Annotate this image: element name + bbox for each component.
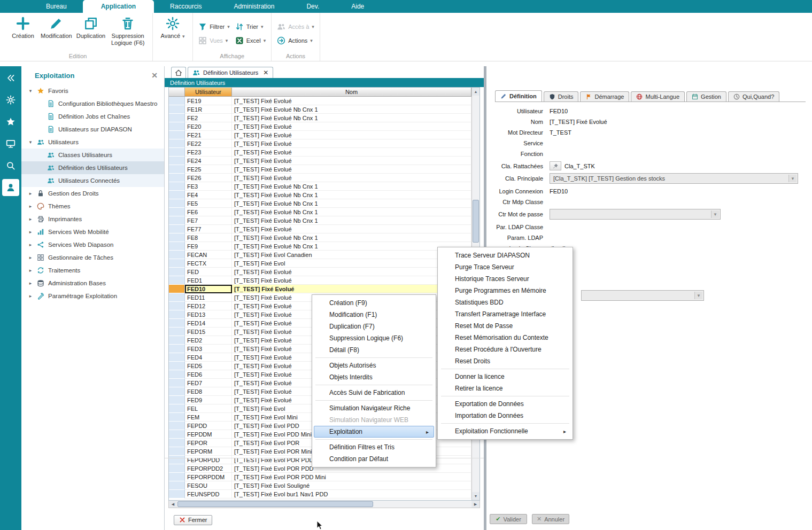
row-gutter[interactable] [169,336,185,345]
table-row[interactable]: FE22[T_TEST] Fixé Evolué [169,139,471,148]
row-gutter[interactable] [169,387,185,396]
column-header-utilisateur[interactable]: Utilisateur [185,88,232,97]
tab-close-icon[interactable]: ✕ [263,69,268,76]
table-row[interactable]: FECAN[T_TEST] Fixé Evol Canadien [169,251,471,259]
scroll-down-icon[interactable]: ▼ [472,492,480,500]
home-tab[interactable] [171,67,186,78]
menu-item-d-finition-filtres-et-tris[interactable]: Définition Filtres et Tris [314,441,434,453]
table-row[interactable]: FE1R[T_TEST] Fixé Evolué Nb Cnx 1 [169,105,471,114]
menu-item-exploitation-fonctionnelle[interactable]: Exploitation Fonctionnelle▸ [439,425,571,437]
menu-item-d-tail-f8[interactable]: Détail (F8) [314,344,434,356]
strip-button-desktop[interactable] [2,135,19,152]
scroll-left-icon[interactable]: ◀ [169,501,177,508]
row-gutter[interactable] [169,353,185,362]
row-gutter[interactable] [169,328,185,336]
modification-button[interactable]: Modification [38,14,74,40]
row-gutter[interactable] [169,122,185,131]
table-row[interactable]: FED[T_TEST] Fixé Evolué [169,268,471,276]
row-gutter[interactable] [169,165,185,174]
tree-item-classes-utilisateurs[interactable]: Classes Utilisateurs [21,149,164,161]
row-gutter[interactable] [169,251,185,259]
tree-item-th-mes[interactable]: ▸Thèmes [21,200,164,213]
scrollbar-thumb[interactable] [473,200,479,243]
tree-item-utilisateurs[interactable]: ▾Utilisateurs [21,136,164,149]
tree-item-gestionnaire-de-t-ches[interactable]: ▸Gestionnaire de Tâches [21,251,164,264]
tab-definition-utilisateurs[interactable]: Définition Utilisateurs ✕ [188,67,273,78]
creation-button[interactable]: Création [7,14,38,40]
scroll-right-icon[interactable]: ▶ [471,501,480,508]
menu-item-suppression-logique-f6[interactable]: Suppression Logique (F6) [314,332,434,344]
table-row[interactable]: FE7[T_TEST] Fixé Evolué Nb Cnx 1 [169,216,471,225]
menu-item-administration[interactable]: Administration [218,0,290,13]
row-gutter[interactable] [169,464,185,473]
menu-item-duplication-f7[interactable]: Duplication (F7) [314,321,434,332]
menu-item-objets-interdits[interactable]: Objets Interdits [314,371,434,383]
menu-item-reset-mot-de-passe[interactable]: Reset Mot de Passe [439,320,571,332]
menu-item-acc-s-suivi-de-fabrication[interactable]: Accès Suivi de Fabrication [314,387,434,399]
table-row[interactable]: FE9[T_TEST] Fixé Evolué Nb Cnx 1 [169,242,471,251]
table-row[interactable]: FE20[T_TEST] Fixé Evolué [169,122,471,131]
row-gutter[interactable] [169,430,185,439]
row-gutter[interactable] [169,422,185,430]
row-gutter[interactable] [169,490,185,498]
acces-a-button[interactable]: Accès à▾ [277,22,314,31]
table-row[interactable]: FE25[T_TEST] Fixé Evolué [169,165,471,174]
menu-item-importation-de-donn-es[interactable]: Importation de Données [439,410,571,422]
table-row[interactable]: FE2[T_TEST] Fixé Evolué Nb Cnx 1 [169,114,471,122]
row-gutter[interactable] [169,473,185,481]
menu-item-dev[interactable]: Dev. [290,0,335,13]
table-row[interactable]: FE3[T_TEST] Fixé Evolué Nb Cnx 1 [169,182,471,191]
cla-principale-select[interactable]: [Cla_T_STK] [T_TEST] Gestion des stocks▼ [550,173,798,184]
row-gutter[interactable] [169,208,185,216]
table-row[interactable]: FE23[T_TEST] Fixé Evolué [169,148,471,157]
menu-item-statistiques-bdd[interactable]: Statistiques BDD [439,297,571,308]
tree-item-d-finition-jobs-et-cha-nes[interactable]: Définition Jobs et Chaînes [21,110,164,123]
strip-button-settings[interactable] [2,91,19,108]
scroll-up-icon[interactable]: ▲ [472,88,480,96]
valider-button[interactable]: ✔ Valider [490,514,527,524]
row-gutter[interactable] [169,268,185,276]
detail-tab-multi-langue[interactable]: Multi-Langue [631,91,685,102]
row-gutter[interactable] [169,233,185,242]
menu-item-aide[interactable]: Aide [335,0,380,13]
table-row[interactable]: FE5[T_TEST] Fixé Evolué Nb Cnx 1 [169,199,471,208]
row-gutter[interactable] [169,276,185,285]
column-header-nom[interactable]: Nom [232,88,471,97]
menu-item-objets-autoris-s[interactable]: Objets Autorisés [314,360,434,371]
filtrer-button[interactable]: Filtrer▾ [198,22,230,31]
close-icon[interactable]: ✕ [151,71,158,80]
detail-tab-d-finition[interactable]: Définition [495,90,542,102]
tree-item-favoris[interactable]: ▾Favoris [21,84,164,97]
row-gutter[interactable] [169,439,185,447]
row-gutter[interactable] [169,293,185,302]
tree-item-param-trage-exploitation[interactable]: ▸Paramétrage Exploitation [21,290,164,302]
row-gutter[interactable] [169,310,185,319]
row-gutter[interactable] [169,481,185,490]
ctr-mot-de-passe-select[interactable]: ▼ [550,209,721,220]
table-row[interactable]: FE4[T_TEST] Fixé Evolué Nb Cnx 1 [169,191,471,199]
table-row[interactable]: FE6[T_TEST] Fixé Evolué Nb Cnx 1 [169,208,471,216]
suppression-logique-button[interactable]: Suppression Logique (F6) [107,14,148,46]
menu-item-reset-proc-dure-l-ouverture[interactable]: Reset Procédure à l'Ouverture [439,344,571,355]
scrollbar-thumb[interactable] [177,501,373,507]
table-row[interactable]: FEPORPDDM[T_TEST] Fixé Evol POR PDD Mini [169,473,471,481]
tree-item-configuration-biblioth-ques-maestro[interactable]: Configuration Bibliothèques Maestro [21,97,164,110]
table-row[interactable]: FECTX[T_TEST] Fixé Evol [169,259,471,268]
tree-item-administration-bases[interactable]: ▸Administration Bases [21,277,164,290]
fermer-button[interactable]: Fermer [174,515,212,525]
row-gutter[interactable] [169,139,185,148]
excel-button[interactable]: Excel▾ [235,36,266,45]
strip-button-search[interactable] [2,157,19,174]
duplication-button[interactable]: Duplication [74,14,107,40]
row-gutter[interactable] [169,182,185,191]
menu-item-purge-trace-serveur[interactable]: Purge Trace Serveur [439,261,571,273]
table-row[interactable]: FE24[T_TEST] Fixé Evolué [169,157,471,165]
tree-item-gestion-des-droits[interactable]: ▸Gestion des Droits [21,187,164,200]
secondary-select[interactable]: ▼ [581,290,704,301]
menu-item-donner-la-licence[interactable]: Donner la licence [439,371,571,383]
menu-item-simulation-navigateur-riche[interactable]: Simulation Navigateur Riche [314,402,434,414]
row-gutter[interactable] [169,97,185,105]
menu-item-transfert-parametrage-interface[interactable]: Transfert Parametrage Interface [439,308,571,320]
annuler-button[interactable]: ✕ Annuler [532,514,569,524]
row-gutter[interactable] [169,148,185,157]
